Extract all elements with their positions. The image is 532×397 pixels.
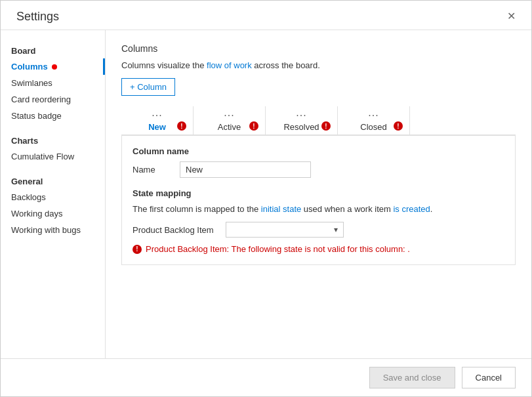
state-mapping-section: State mapping The first column is mapped…: [133, 188, 504, 254]
main-content: Columns Columns visualize the flow of wo…: [106, 30, 531, 358]
dialog-title: Settings: [16, 10, 502, 24]
col-tab-closed-dots: ···: [368, 110, 379, 121]
dialog-footer: Save and close Cancel: [1, 358, 531, 396]
sidebar-section-general: General: [1, 171, 105, 189]
col-tab-new-name: New: [148, 122, 166, 132]
add-column-button[interactable]: + Column: [121, 78, 175, 96]
state-mapping-desc: The first column is mapped to the initia…: [133, 203, 504, 215]
name-field-label: Name: [133, 165, 172, 175]
state-mapping-title: State mapping: [133, 188, 504, 198]
columns-description: Columns visualize the flow of work acros…: [121, 60, 516, 70]
col-tab-resolved-error: !: [321, 121, 331, 131]
name-field-row: Name: [133, 161, 504, 178]
product-backlog-row: Product Backlog Item ▾: [133, 222, 504, 238]
col-tab-resolved-name: Resolved: [283, 122, 319, 132]
sidebar-item-working-with-bugs[interactable]: Working with bugs: [1, 222, 105, 238]
product-backlog-select[interactable]: ▾: [226, 222, 344, 238]
col-tab-closed-error: !: [394, 121, 403, 131]
product-backlog-label: Product Backlog Item: [133, 225, 218, 235]
sidebar-section-charts: Charts: [1, 131, 105, 148]
description-part1: Columns visualize the: [121, 60, 207, 70]
column-name-section-title: Column name: [133, 146, 504, 156]
sidebar-item-label-swimlanes: Swimlanes: [11, 78, 52, 88]
col-tab-closed-name: Closed: [360, 122, 386, 132]
columns-section-title: Columns: [121, 43, 516, 54]
sidebar-item-label-status-badge: Status badge: [11, 111, 62, 121]
sidebar-item-cumulative-flow[interactable]: Cumulative Flow: [1, 148, 105, 165]
sidebar-item-label-cumulative-flow: Cumulative Flow: [11, 152, 74, 161]
col-tab-active-name: Active: [218, 122, 241, 132]
description-highlight: flow of work: [207, 60, 252, 70]
validation-error-message: ! Product Backlog Item: The following st…: [133, 244, 504, 254]
sidebar-item-card-reordering[interactable]: Card reordering: [1, 91, 105, 108]
col-tab-new-dots: ···: [152, 110, 162, 121]
col-tab-resolved-dots: ···: [296, 110, 306, 121]
sidebar-item-status-badge[interactable]: Status badge: [1, 108, 105, 124]
cancel-button[interactable]: Cancel: [462, 367, 516, 388]
state-mapping-desc-part2: used when a work item: [301, 204, 393, 214]
dialog-header: Settings ✕: [1, 1, 531, 30]
column-tab-closed[interactable]: ··· Closed !: [338, 106, 410, 135]
error-circle-icon: !: [133, 245, 142, 254]
close-button[interactable]: ✕: [502, 9, 521, 24]
dialog-body: Board Columns Swimlanes Card reordering …: [1, 30, 531, 358]
sidebar-item-working-days[interactable]: Working days: [1, 205, 105, 222]
sidebar: Board Columns Swimlanes Card reordering …: [1, 30, 106, 358]
sidebar-item-backlogs[interactable]: Backlogs: [1, 189, 105, 205]
column-tab-active[interactable]: ··· Active !: [194, 106, 266, 135]
col-tab-active-error: !: [249, 121, 258, 131]
columns-error-indicator: [52, 64, 57, 70]
save-and-close-button[interactable]: Save and close: [369, 367, 455, 388]
settings-dialog: Settings ✕ Board Columns Swimlanes Card …: [0, 0, 532, 397]
state-mapping-desc-part1: The first column is mapped to the: [133, 204, 261, 214]
sidebar-item-label-columns: Columns: [11, 62, 48, 72]
col-tab-active-dots: ···: [224, 110, 234, 121]
column-detail-panel: Column name Name State mapping The first…: [121, 136, 516, 265]
sidebar-item-label-working-days: Working days: [11, 209, 63, 219]
state-mapping-created-highlight: is created: [393, 204, 430, 214]
description-part2: across the board.: [252, 60, 320, 70]
sidebar-item-label-working-with-bugs: Working with bugs: [11, 225, 81, 235]
columns-tabs: ··· New ! ··· Active ! ···: [121, 106, 516, 136]
col-tab-new-error: !: [177, 121, 186, 131]
column-tab-new[interactable]: ··· New !: [121, 106, 194, 136]
sidebar-item-label-card-reordering: Card reordering: [11, 94, 71, 104]
sidebar-section-board: Board: [1, 41, 105, 58]
sidebar-item-label-backlogs: Backlogs: [11, 192, 46, 202]
chevron-down-icon: ▾: [334, 225, 338, 234]
state-mapping-initial-highlight: initial state: [261, 204, 301, 214]
sidebar-item-swimlanes[interactable]: Swimlanes: [1, 75, 105, 91]
column-tab-resolved[interactable]: ··· Resolved !: [266, 106, 338, 135]
error-text: Product Backlog Item: The following stat…: [146, 244, 410, 254]
name-field-input[interactable]: [180, 161, 311, 178]
state-mapping-desc-part3: .: [430, 204, 433, 214]
sidebar-item-columns[interactable]: Columns: [1, 58, 105, 75]
